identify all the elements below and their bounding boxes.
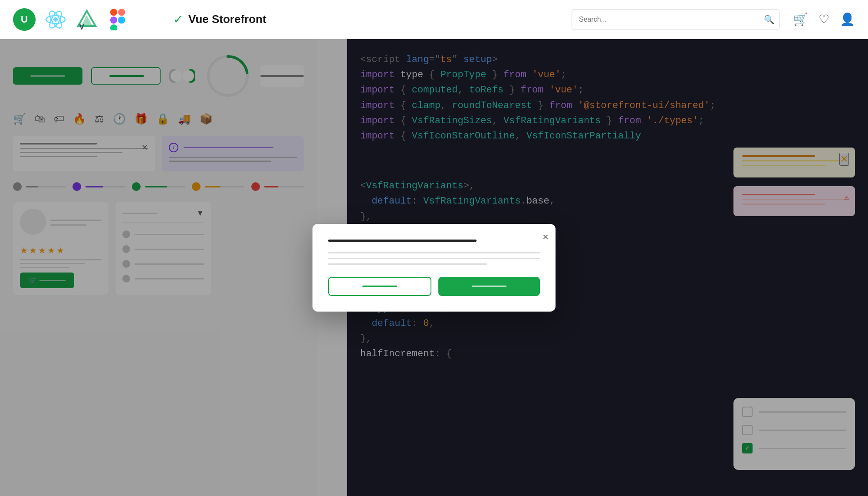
modal-confirm-button[interactable] [438,277,540,296]
svg-text:V: V [79,23,84,30]
modal-body-line-2 [328,258,540,259]
vue-logo: V [76,8,98,31]
header-action-icons: 🛒 ♡ 👤 [793,12,855,26]
search-button[interactable]: 🔍 [764,14,775,25]
modal-cancel-button[interactable] [328,277,431,296]
svg-rect-11 [110,24,117,30]
svg-point-0 [53,17,58,22]
main-content: 🛒 🛍 🏷 🔥 ⚖ 🕐 🎁 🔒 🚚 📦 ✕ [0,39,868,496]
user-icon[interactable]: 👤 [840,12,855,26]
cart-icon[interactable]: 🛒 [793,12,808,26]
logo-group: U V [13,8,129,31]
modal-button-row [328,277,540,296]
modal-body-line-3 [328,263,487,265]
modal-overlay[interactable]: × [0,39,868,496]
header: U V [0,0,868,39]
search-input[interactable] [572,9,780,30]
modal-body-line-1 [328,252,540,253]
search-container: 🔍 [572,9,780,30]
modal-close-button[interactable]: × [542,231,549,243]
header-divider [160,7,160,33]
ui-logo: U [13,8,36,31]
svg-rect-9 [110,16,117,23]
brand-name: Vue Storefront [188,13,266,26]
modal-dialog: × [312,224,556,312]
figma-logo [107,8,129,31]
svg-rect-10 [118,16,125,23]
react-logo [44,8,67,31]
modal-title-line [328,240,477,242]
svg-rect-8 [118,9,125,16]
brand-check-icon: ✓ [173,12,183,26]
header-brand: ✓ Vue Storefront [173,12,559,26]
svg-rect-7 [110,9,117,16]
wishlist-icon[interactable]: ♡ [819,12,829,26]
